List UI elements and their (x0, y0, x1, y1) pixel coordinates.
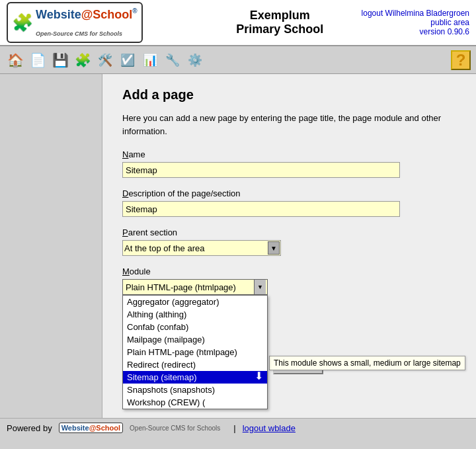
chart-icon[interactable]: 📊 (140, 50, 160, 70)
check-icon[interactable]: ☑️ (118, 50, 138, 70)
puzzle-icon[interactable] (73, 50, 93, 70)
settings-icon[interactable]: ⚙️ (185, 50, 205, 70)
module-field-group: Module Plain HTML-page (htmlpage) ▼ Aggr… (122, 266, 456, 374)
footer: Powered by Website@School Open-Source CM… (0, 418, 476, 437)
tools-icon[interactable]: 🛠️ (95, 50, 115, 70)
description-field-group: Description of the page/section (122, 188, 456, 217)
parent-select-wrapper: At the top of the area ▼ (122, 240, 281, 256)
module-dropdown-list: Aggregator (aggregator) Althing (althing… (122, 295, 268, 409)
name-input[interactable] (122, 162, 400, 178)
parent-underline: P (122, 227, 128, 237)
site-title: Exemplum Primary School (198, 9, 362, 36)
module-option-confab[interactable]: Confab (confab) (123, 321, 267, 333)
module-option-workshop[interactable]: Workshop (CREW) ( (123, 396, 267, 409)
footer-logo-subtitle: Open-Source CMS for Schools (130, 425, 220, 432)
module-option-mailpage[interactable]: Mailpage (mailpage) (123, 333, 267, 346)
logout-link-footer[interactable]: logout wblade (243, 423, 296, 433)
module-dropdown-container: Plain HTML-page (htmlpage) ▼ Aggregator … (122, 279, 268, 295)
module-display-value: Plain HTML-page (htmlpage) (126, 282, 236, 292)
parent-label: Parent section (122, 227, 456, 237)
home-icon[interactable] (5, 50, 25, 70)
module-option-althing[interactable]: Althing (althing) (123, 308, 267, 321)
module-option-aggregator[interactable]: Aggregator (aggregator) (123, 296, 267, 308)
save-icon[interactable] (50, 50, 70, 70)
site-name-line2: Primary School (198, 22, 362, 36)
module-option-htmlpage[interactable]: Plain HTML-page (htmlpage) (123, 346, 267, 358)
name-field-group: Name (122, 149, 456, 178)
content-area: Add a page Here you can add a new page b… (102, 74, 476, 418)
parent-select[interactable]: At the top of the area (122, 240, 281, 256)
registered-mark: ® (132, 7, 137, 15)
footer-logo: Website@School (59, 423, 123, 433)
desc-underline: D (122, 188, 128, 198)
page-title: Add a page (122, 87, 456, 102)
main: Add a page Here you can add a new page b… (0, 74, 476, 418)
sitemap-tooltip: This module shows a small, medium or lar… (269, 356, 465, 370)
parent-field-group: Parent section At the top of the area ▼ (122, 227, 456, 256)
version-text: version 0.90.6 (420, 27, 469, 36)
module-label: Module (122, 266, 456, 276)
module-option-sitemap[interactable]: Sitemap (sitemap) ⬇ (123, 371, 267, 384)
logo-subtitle: Open-Source CMS for Schools (36, 30, 122, 37)
page-description: Here you can add a new page by entering … (122, 112, 456, 138)
name-underline: N (122, 149, 128, 159)
site-name-line1: Exemplum (198, 9, 362, 22)
logo-area: 🧩 Website@School® Open-Source CMS for Sc… (7, 2, 198, 43)
user-area: logout Wilhelmina Bladergroen public are… (362, 9, 469, 36)
description-label: Description of the page/section (122, 188, 456, 198)
document-icon[interactable] (28, 50, 48, 70)
wrench-icon[interactable]: 🔧 (163, 50, 182, 70)
area-text: public area (430, 18, 469, 27)
toolbar: 🛠️ ☑️ 📊 🔧 ⚙️ ? (0, 46, 476, 74)
logout-link-header[interactable]: logout Wilhelmina Bladergroen (362, 9, 469, 18)
powered-by-text: Powered by (7, 423, 52, 433)
description-input[interactable] (122, 201, 400, 217)
module-underline: M (122, 266, 130, 276)
module-option-snapshots[interactable]: Snapshots (snapshots) (123, 384, 267, 396)
module-option-redirect[interactable]: Redirect (redirect) (123, 358, 267, 371)
name-label: Name (122, 149, 456, 159)
module-display[interactable]: Plain HTML-page (htmlpage) ▼ (122, 279, 268, 295)
help-icon[interactable]: ? (451, 50, 471, 70)
header: 🧩 Website@School® Open-Source CMS for Sc… (0, 0, 476, 46)
module-dropdown-arrow[interactable]: ▼ (254, 280, 266, 294)
sidebar (0, 74, 102, 418)
logo: 🧩 Website@School® Open-Source CMS for Sc… (7, 2, 143, 43)
